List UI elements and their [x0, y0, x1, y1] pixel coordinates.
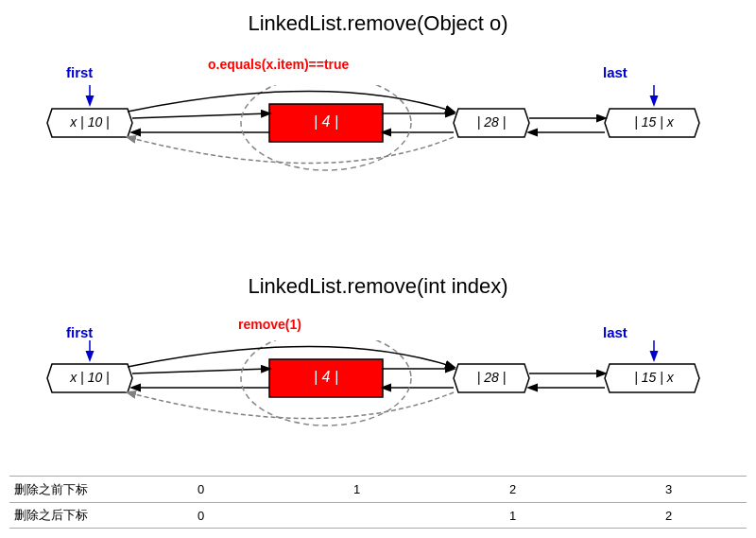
title2: LinkedList.remove(int index) [0, 274, 756, 299]
index-table: 删除之前下标 0 1 2 3 删除之后下标 0 1 2 [9, 476, 747, 529]
svg-text:| 4 |: | 4 | [314, 369, 338, 385]
svg-text:| 15 | x: | 15 | x [634, 370, 675, 385]
label-condition: o.equals(x.item)==true [208, 57, 349, 72]
row-before-cell-0: 0 [123, 482, 279, 496]
row-after-label: 删除之后下标 [9, 507, 123, 524]
row-before-cell-3: 3 [591, 482, 747, 496]
diagram-top: x | 10 | | 4 | | 28 | | 15 | x [38, 85, 718, 236]
svg-text:| 28 |: | 28 | [477, 114, 507, 130]
svg-text:x | 10 |: x | 10 | [69, 370, 110, 385]
row-before-cell-1: 1 [279, 482, 435, 496]
index-row-after: 删除之后下标 0 1 2 [9, 502, 747, 529]
svg-text:| 15 | x: | 15 | x [634, 114, 675, 130]
label-last-bottom: last [603, 324, 627, 340]
diagram-bottom: x | 10 | | 4 | | 28 | | 15 | x [38, 340, 718, 477]
label-remove: remove(1) [238, 317, 301, 332]
main-container: LinkedList.remove(Object o) LinkedList.r… [0, 0, 756, 538]
row-after-cell-0: 0 [123, 509, 279, 523]
row-before-cell-2: 2 [435, 482, 591, 496]
title1: LinkedList.remove(Object o) [0, 11, 756, 36]
label-first-bottom: first [66, 324, 93, 340]
label-first-top: first [66, 64, 93, 80]
row-before-label: 删除之前下标 [9, 481, 123, 498]
label-last-top: last [603, 64, 627, 80]
svg-text:x | 10 |: x | 10 | [69, 114, 110, 130]
svg-text:| 4 |: | 4 | [314, 113, 338, 130]
row-after-cell-2: 1 [435, 509, 591, 523]
index-row-before: 删除之前下标 0 1 2 3 [9, 476, 747, 502]
svg-text:| 28 |: | 28 | [477, 370, 507, 385]
row-after-cell-3: 2 [591, 509, 747, 523]
